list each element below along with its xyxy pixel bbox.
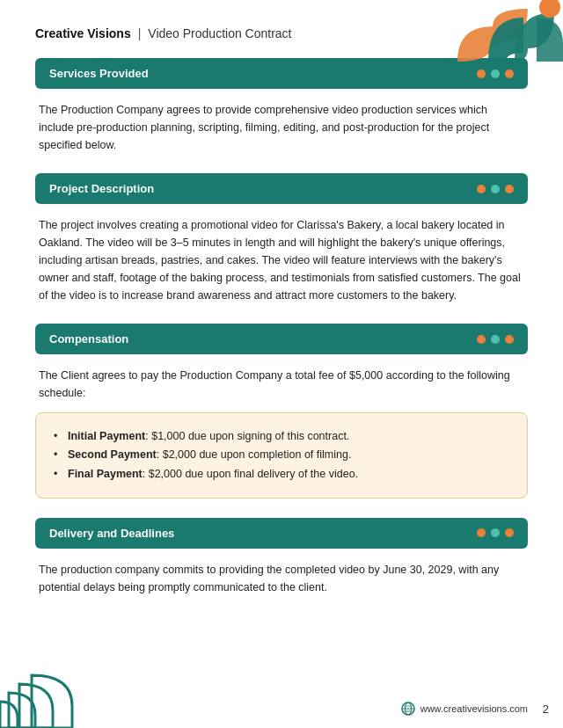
project-dots <box>477 185 514 193</box>
services-title: Services Provided <box>49 67 149 80</box>
compensation-dots <box>477 335 514 344</box>
main-content: Services Provided The Production Company… <box>0 49 563 668</box>
payment-initial-label: Initial Payment <box>68 430 145 442</box>
project-header: Project Description <box>35 173 528 204</box>
bottom-decoration <box>0 658 97 728</box>
dot-orange-5 <box>505 335 514 344</box>
delivery-title: Delivery and Deadlines <box>49 527 174 540</box>
compensation-header: Compensation <box>35 324 528 354</box>
services-header: Services Provided <box>35 58 528 89</box>
payment-box: Initial Payment: $1,000 due upon signing… <box>35 412 528 499</box>
delivery-dots <box>477 528 514 537</box>
services-body: The Production Company agrees to provide… <box>35 101 528 154</box>
dot-orange-7 <box>505 528 514 537</box>
delivery-body: The production company commits to provid… <box>35 561 528 596</box>
footer-website: www.creativevisions.com <box>420 703 528 714</box>
project-title: Project Description <box>49 182 154 195</box>
project-body: The project involves creating a promotio… <box>35 216 528 304</box>
dot-outline-1 <box>505 69 514 78</box>
delivery-section: Delivery and Deadlines The production co… <box>35 518 528 596</box>
compensation-section: Compensation The Client agrees to pay th… <box>35 324 528 499</box>
delivery-header: Delivery and Deadlines <box>35 518 528 549</box>
project-section: Project Description The project involves… <box>35 173 528 304</box>
payment-final-detail: : $2,000 due upon final delivery of the … <box>143 468 358 480</box>
payment-second: Second Payment: $2,000 due upon completi… <box>54 446 509 464</box>
payment-initial: Initial Payment: $1,000 due upon signing… <box>54 427 509 446</box>
services-section: Services Provided The Production Company… <box>35 58 528 154</box>
dot-orange-3 <box>505 185 514 193</box>
footer: www.creativevisions.com <box>401 702 528 716</box>
dot-teal-light-3 <box>491 335 500 344</box>
payment-second-detail: : $2,000 due upon completion of filming. <box>157 448 352 461</box>
dot-teal-light-1 <box>491 69 500 78</box>
payment-final: Final Payment: $2,000 due upon final del… <box>54 465 509 484</box>
payment-second-label: Second Payment <box>68 448 157 461</box>
page: Creative Visions | Video Production Cont… <box>0 0 563 728</box>
payment-initial-detail: : $1,000 due upon signing of this contra… <box>145 430 349 442</box>
compensation-intro: The Client agrees to pay the Production … <box>35 367 528 402</box>
brand-name: Creative Visions <box>35 26 131 40</box>
top-decoration <box>440 0 563 62</box>
globe-icon <box>401 702 415 716</box>
payment-list: Initial Payment: $1,000 due upon signing… <box>54 427 509 484</box>
dot-teal-light-2 <box>491 185 500 193</box>
dot-teal-light-4 <box>491 528 500 537</box>
compensation-title: Compensation <box>49 332 128 346</box>
dot-orange-6 <box>477 528 486 537</box>
dot-orange-2 <box>477 185 486 193</box>
dot-orange-1 <box>477 69 486 78</box>
payment-final-label: Final Payment <box>68 468 143 480</box>
dot-orange-4 <box>477 335 486 344</box>
header-subtitle: Video Production Contract <box>148 26 291 40</box>
page-number: 2 <box>543 703 549 716</box>
header-separator: | <box>138 26 142 40</box>
services-dots <box>477 69 514 78</box>
